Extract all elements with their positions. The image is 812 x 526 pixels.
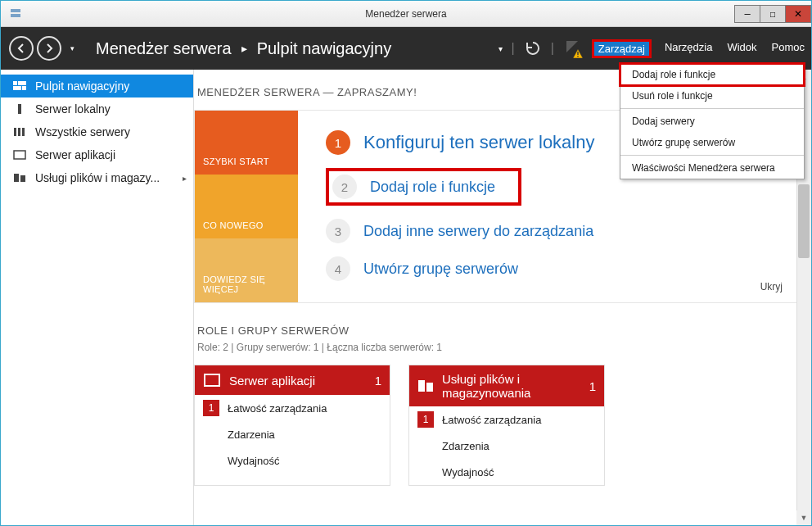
maximize-icon: ☐ (769, 8, 775, 20)
svg-rect-1 (11, 14, 20, 17)
app-server-icon (203, 372, 221, 388)
svg-rect-15 (205, 374, 219, 386)
warning-icon (572, 48, 584, 60)
svg-rect-12 (14, 151, 25, 159)
role-card-app-server: Serwer aplikacji 1 1 Łatwość zarządzania… (194, 365, 390, 486)
role-row-label: Zdarzenia (228, 429, 275, 441)
manage-dropdown: Dodaj role i funkcje Usuń role i funkcje… (620, 63, 805, 179)
step-number-icon: 4 (326, 256, 350, 281)
svg-rect-14 (20, 175, 25, 182)
svg-rect-11 (22, 128, 25, 136)
tile-whats-new[interactable]: CO NOWEGO (195, 175, 298, 238)
svg-rect-16 (418, 380, 425, 392)
dropdown-add-servers[interactable]: Dodaj serwery (620, 111, 804, 132)
role-row-performance[interactable]: Wydajność (195, 447, 390, 474)
role-row-manageability[interactable]: 1 Łatwość zarządzania (409, 406, 604, 433)
breadcrumb-root[interactable]: Menedżer serwera (96, 39, 232, 58)
status-badge-empty (417, 464, 434, 480)
app-icon (4, 2, 27, 25)
menu-view[interactable]: Widok (727, 41, 756, 57)
sidebar: Pulpit nawigacyjny Serwer lokalny Wszyst… (1, 70, 194, 525)
menu-tools[interactable]: Narzędzia (665, 41, 713, 57)
sidebar-item-dashboard[interactable]: Pulpit nawigacyjny (1, 75, 193, 97)
status-badge: 1 (203, 400, 219, 416)
step-create-group[interactable]: 4 Utwórz grupę serwerów (326, 256, 781, 281)
role-row-label: Wydajność (442, 466, 494, 478)
menu-manage[interactable]: Zarządzaj (593, 41, 650, 57)
chevron-right-icon: ▸ (241, 42, 247, 55)
servers-icon (12, 126, 27, 138)
svg-rect-4 (13, 81, 17, 85)
step-label: Utwórz grupę serwerów (363, 261, 518, 278)
file-storage-icon (12, 172, 27, 184)
breadcrumb-page[interactable]: Pulpit nawigacyjny (257, 39, 392, 58)
forward-button[interactable] (37, 36, 61, 61)
breadcrumb: Menedżer serwera ▸ Pulpit nawigacyjny (96, 39, 391, 58)
sidebar-item-label: Pulpit nawigacyjny (35, 79, 129, 93)
svg-rect-9 (14, 128, 16, 136)
refresh-button[interactable] (523, 39, 543, 58)
svg-rect-17 (426, 383, 433, 392)
scroll-down-icon[interactable]: ▼ (796, 510, 811, 525)
svg-rect-6 (13, 86, 21, 90)
role-row-performance[interactable]: Wydajność (409, 459, 604, 485)
chevron-right-icon: ▸ (183, 174, 187, 183)
role-card-count: 1 (375, 374, 381, 388)
svg-rect-3 (577, 56, 578, 57)
role-card-header[interactable]: Serwer aplikacji 1 (195, 365, 390, 395)
maximize-button[interactable]: ☐ (760, 5, 786, 23)
server-icon (12, 103, 27, 115)
role-row-label: Wydajność (228, 455, 279, 467)
role-row-label: Zdarzenia (442, 440, 489, 452)
back-button[interactable] (9, 36, 34, 61)
role-card-header[interactable]: Usługi plików i magazynowania 1 (409, 365, 604, 406)
dropdown-properties[interactable]: Właściwości Menedżera serwera (620, 157, 804, 179)
menu-help[interactable]: Pomoc (772, 41, 805, 57)
role-row-label: Łatwość zarządzania (228, 402, 327, 415)
svg-rect-7 (22, 86, 26, 90)
breadcrumb-dropdown-icon[interactable]: ▾ (498, 44, 503, 53)
sidebar-item-file-services[interactable]: Usługi plików i magazy... ▸ (1, 166, 193, 189)
nav-history-dropdown[interactable]: ▾ (65, 36, 79, 61)
sidebar-item-label: Serwer lokalny (35, 102, 111, 116)
minimize-icon: — (744, 8, 750, 20)
dropdown-create-group[interactable]: Utwórz grupę serwerów (620, 132, 804, 153)
dropdown-remove-roles[interactable]: Usuń role i funkcje (620, 85, 804, 107)
role-card-file-storage: Usługi plików i magazynowania 1 1 Łatwoś… (408, 365, 605, 486)
close-button[interactable]: ✕ (785, 5, 811, 23)
role-row-manageability[interactable]: 1 Łatwość zarządzania (195, 395, 390, 421)
status-badge-empty (417, 438, 434, 454)
step-add-roles[interactable]: 2 Dodaj role i funkcje (332, 175, 495, 199)
window-title: Menedżer serwera (365, 8, 446, 20)
sidebar-item-all-servers[interactable]: Wszystkie serwery (1, 120, 193, 143)
role-card-name: Usługi plików i magazynowania (442, 372, 581, 400)
hide-link[interactable]: Ukryj (760, 281, 783, 292)
status-badge-empty (203, 452, 219, 469)
role-row-events[interactable]: Zdarzenia (409, 433, 604, 459)
sidebar-item-label: Wszystkie serwery (35, 125, 130, 138)
scroll-thumb[interactable] (798, 184, 810, 258)
step-add-servers[interactable]: 3 Dodaj inne serwery do zarządzania (326, 219, 781, 243)
app-server-icon (12, 149, 27, 161)
dashboard-icon (12, 80, 27, 92)
svg-rect-0 (11, 9, 20, 12)
tile-learn-more[interactable]: DOWIEDZ SIĘ WIĘCEJ (195, 238, 298, 302)
tile-quick-start[interactable]: SZYBKI START (195, 111, 298, 175)
step-add-roles-highlighted: 2 Dodaj role i funkcje (326, 168, 521, 206)
svg-rect-10 (18, 128, 20, 136)
dropdown-add-roles[interactable]: Dodaj role i funkcje (620, 64, 804, 85)
roles-section-title: ROLE I GRUPY SERWERÓW (194, 324, 798, 337)
close-icon: ✕ (794, 8, 802, 20)
minimize-button[interactable]: — (734, 5, 760, 23)
step-number-icon: 1 (326, 130, 350, 155)
role-row-events[interactable]: Zdarzenia (195, 421, 390, 447)
sidebar-item-label: Serwer aplikacji (35, 148, 115, 161)
svg-rect-13 (14, 174, 19, 182)
svg-rect-5 (18, 81, 26, 85)
sidebar-item-app-server[interactable]: Serwer aplikacji (1, 143, 193, 166)
step-label: Konfiguruj ten serwer lokalny (363, 132, 594, 153)
sidebar-item-local-server[interactable]: Serwer lokalny (1, 97, 193, 120)
step-label: Dodaj role i funkcje (370, 179, 495, 196)
notifications-button[interactable] (562, 39, 582, 58)
step-number-icon: 3 (326, 219, 350, 243)
